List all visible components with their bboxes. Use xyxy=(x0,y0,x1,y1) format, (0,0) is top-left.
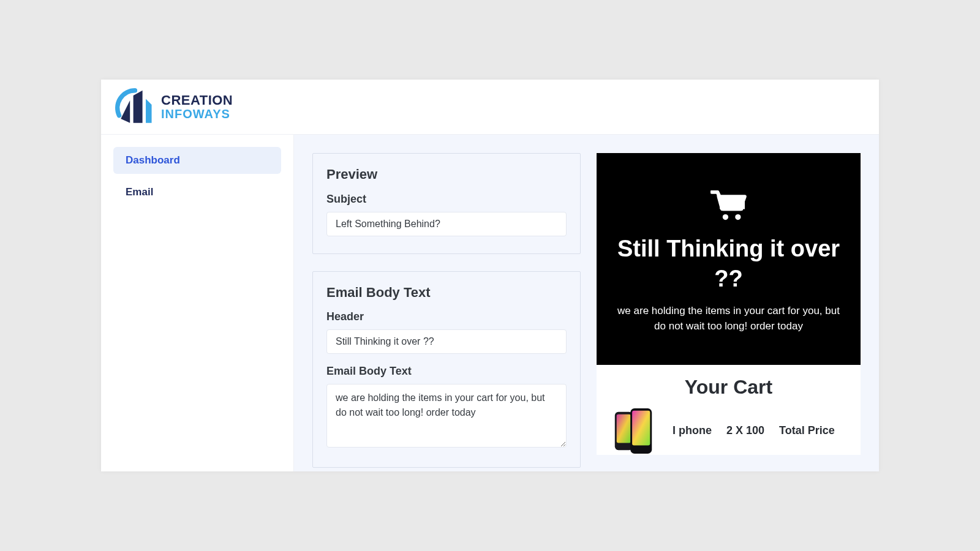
email-body-card: Email Body Text Header Email Body Text xyxy=(312,271,581,468)
sidebar: Dashboard Email xyxy=(101,135,294,471)
logo-mark-icon xyxy=(113,86,155,128)
subject-input[interactable] xyxy=(326,212,567,236)
body-text-input[interactable] xyxy=(326,384,567,448)
email-hero: Still Thinking it over ?? we are holding… xyxy=(597,153,861,365)
preview-card-title: Preview xyxy=(326,166,567,183)
cart-heading: Your Cart xyxy=(610,376,847,399)
sidebar-item-label: Dashboard xyxy=(126,154,180,166)
sidebar-item-email[interactable]: Email xyxy=(113,179,281,206)
svg-point-2 xyxy=(735,214,741,220)
cart-item-name: I phone xyxy=(673,424,712,437)
header: CREATION INFOWAYS xyxy=(101,80,879,135)
body: Dashboard Email Preview Subject Email Bo… xyxy=(101,135,879,471)
header-input[interactable] xyxy=(326,329,567,354)
cart-icon xyxy=(710,190,747,222)
header-label: Header xyxy=(326,310,567,323)
cart-columns: I phone 2 X 100 Total Price xyxy=(673,424,835,437)
cart-section: Your Cart xyxy=(597,365,861,455)
brand-line2: INFOWAYS xyxy=(161,108,233,121)
brand-line1: CREATION xyxy=(161,93,233,107)
body-text-label: Email Body Text xyxy=(326,365,567,378)
cart-item-qty-price: 2 X 100 xyxy=(726,424,764,437)
main-content: Preview Subject Email Body Text Header E… xyxy=(294,135,879,471)
editor-column: Preview Subject Email Body Text Header E… xyxy=(312,153,581,471)
email-body-card-title: Email Body Text xyxy=(326,284,567,301)
product-image-icon xyxy=(610,407,658,455)
hero-subtitle: we are holding the items in your cart fo… xyxy=(614,303,843,334)
sidebar-item-label: Email xyxy=(126,186,153,198)
app-frame: CREATION INFOWAYS Dashboard Email Previe… xyxy=(101,80,879,471)
sidebar-item-dashboard[interactable]: Dashboard xyxy=(113,147,281,174)
preview-card: Preview Subject xyxy=(312,153,581,254)
brand-logo: CREATION INFOWAYS xyxy=(113,86,233,128)
hero-title: Still Thinking it over ?? xyxy=(614,234,843,294)
preview-column: Still Thinking it over ?? we are holding… xyxy=(597,153,861,471)
svg-rect-4 xyxy=(617,414,631,443)
svg-rect-6 xyxy=(632,411,650,446)
svg-point-1 xyxy=(722,214,728,220)
subject-label: Subject xyxy=(326,193,567,206)
cart-item-total-label: Total Price xyxy=(779,424,835,437)
cart-row: I phone 2 X 100 Total Price xyxy=(610,407,847,455)
